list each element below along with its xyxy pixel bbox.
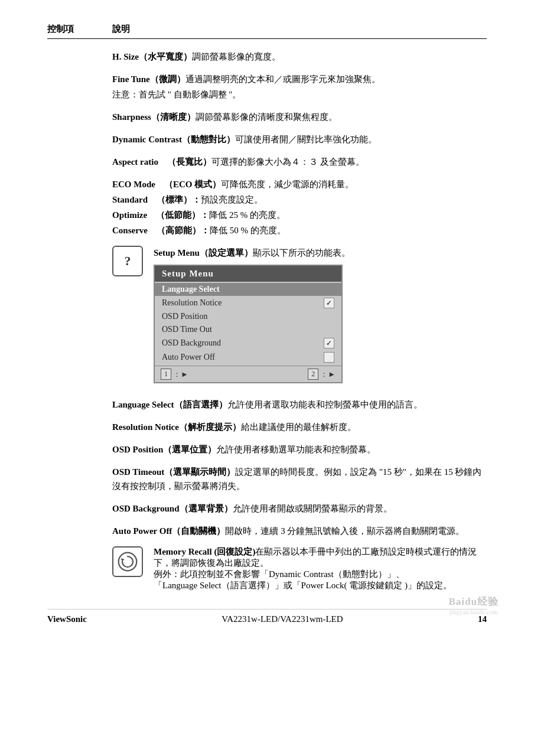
brand-name: ViewSonic	[47, 614, 87, 624]
col-desc: 說明	[112, 24, 130, 35]
osd-bottom-bar: 1 ：► 2 ：►	[155, 366, 341, 382]
svg-marker-1	[121, 559, 124, 562]
setup-icon: ?	[112, 246, 143, 276]
setup-menu-section: ? Setup Menu（設定選單）顯示以下所示的功能表。 Setup Menu…	[112, 246, 487, 389]
memory-recall-section: Memory Recall (回復設定)在顯示器以本手冊中列出的工廠預設定時模式…	[112, 546, 487, 591]
footer-brand: ViewSonic	[47, 614, 87, 624]
osd-item-osd-position: OSD Position	[155, 310, 341, 323]
osd-nav-right: 2 ：►	[308, 369, 336, 380]
section-h-size: H. Size（水平寬度）調節螢幕影像的寬度。	[112, 50, 487, 64]
osd-check-background: ✓	[324, 338, 334, 348]
osd-check-auto-power	[324, 352, 334, 363]
osd-item-resolution-notice: Resolution Notice ✓	[155, 296, 341, 310]
osd-item-osd-background: OSD Background ✓	[155, 336, 341, 350]
section-auto-power-off: Auto Power Off（自動關機）開啟時，連續 3 分鐘無訊號輸入後，顯示…	[112, 524, 487, 538]
baidu-sub-text: jingyan.baidu.com	[449, 608, 499, 615]
memory-icon-svg	[117, 551, 138, 572]
section-eco-mode: ECO Mode （ECO 模式）可降低亮度，減少電源的消耗量。 Standar…	[112, 177, 487, 237]
baidu-logo: Baidu经验	[449, 595, 499, 608]
section-resolution-notice: Resolution Notice（解析度提示）給出建議使用的最佳解析度。	[112, 420, 487, 434]
footer-page: 14	[478, 614, 487, 624]
section-sharpness: Sharpness（清晰度）調節螢幕影像的清晰度和聚焦程度。	[112, 110, 487, 124]
section-osd-timeout: OSD Timeout（選單顯示時間）設定選單的時間長度。例如，設定為 "15 …	[112, 465, 487, 493]
memory-recall-icon	[112, 546, 143, 577]
section-osd-background: OSD Background（選單背景）允許使用者開啟或關閉螢幕顯示的背景。	[112, 501, 487, 516]
osd-nav-left: 1 ：►	[161, 369, 188, 380]
footer-model: VA2231w-LED/VA2231wm-LED	[222, 614, 343, 624]
osd-item-osd-timeout: OSD Time Out	[155, 323, 341, 336]
section-fine-tune: Fine Tune（微調）通過調整明亮的文本和／或圖形字元來加強聚焦。 注意：首…	[112, 72, 487, 102]
setup-menu-right: Setup Menu（設定選單）顯示以下所示的功能表。 Setup Menu L…	[154, 246, 487, 389]
svg-point-0	[119, 553, 137, 571]
osd-item-label: OSD Background	[162, 338, 324, 348]
osd-item-label: OSD Time Out	[162, 325, 334, 334]
osd-item-label: OSD Position	[162, 312, 334, 321]
osd-item-auto-power-off: Auto Power Off	[155, 350, 341, 364]
memory-recall-content: Memory Recall (回復設定)在顯示器以本手冊中列出的工廠預設定時模式…	[154, 546, 487, 591]
nav-left-icon: ：►	[173, 369, 188, 380]
section-osd-position: OSD Position（選單位置）允許使用者移動選單功能表和控制螢幕。	[112, 442, 487, 457]
content-area: H. Size（水平寬度）調節螢幕影像的寬度。 Fine Tune（微調）通過調…	[112, 50, 487, 591]
setup-menu-desc: Setup Menu（設定選單）顯示以下所示的功能表。	[154, 246, 487, 260]
osd-item-label: Resolution Notice	[162, 298, 324, 308]
baidu-logo-text: Baidu经验	[449, 595, 499, 608]
osd-check-resolution: ✓	[324, 298, 334, 308]
footer: ViewSonic VA2231w-LED/VA2231wm-LED 14	[47, 609, 487, 624]
nav-num-1: 1	[161, 369, 171, 380]
page: 控制項 說明 H. Size（水平寬度）調節螢幕影像的寬度。 Fine Tune…	[0, 0, 534, 648]
osd-item-label: Auto Power Off	[162, 353, 324, 362]
section-language-select: Language Select（語言選擇）允許使用者選取功能表和控制螢幕中使用的…	[112, 397, 487, 412]
nav-right-icon: ：►	[320, 369, 336, 380]
osd-item-language-select: Language Select	[155, 283, 341, 296]
osd-item-label: Language Select	[162, 285, 334, 294]
osd-items: Language Select Resolution Notice ✓ OSD …	[155, 282, 341, 366]
col-control: 控制項	[47, 24, 112, 35]
osd-title: Setup Menu	[155, 266, 341, 282]
section-dynamic-contrast: Dynamic Contrast（動態對比）可讓使用者開／關對比率強化功能。	[112, 132, 487, 146]
table-header: 控制項 說明	[47, 24, 487, 39]
watermark: Baidu经验 jingyan.baidu.com	[449, 595, 499, 615]
osd-box: Setup Menu Language Select Resolution No…	[154, 265, 343, 383]
section-aspect-ratio: Aspect ratio （長寬比）可選擇的影像大小為４：３ 及全螢幕。	[112, 155, 487, 169]
nav-num-2: 2	[308, 369, 318, 380]
